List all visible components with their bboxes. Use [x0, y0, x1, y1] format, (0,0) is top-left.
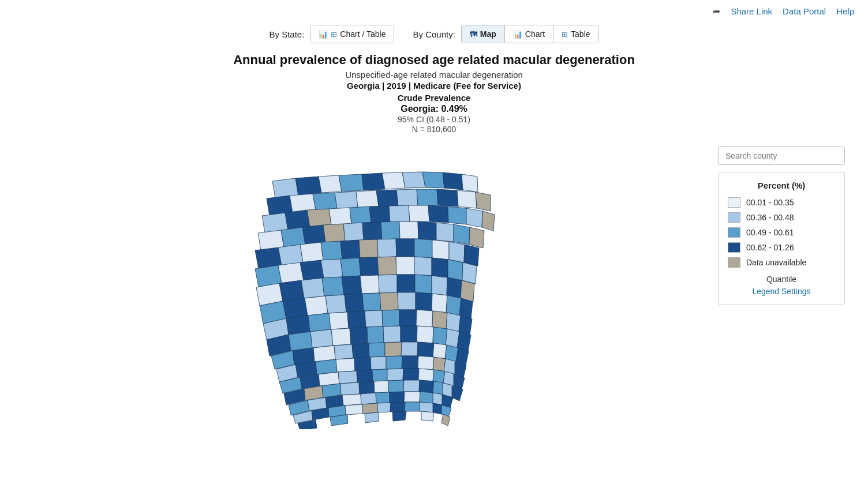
svg-marker-19	[457, 190, 477, 208]
controls-row: By State: 📊 ⊞ Chart / Table By County: 🗺…	[0, 20, 868, 52]
svg-marker-29	[428, 205, 448, 223]
svg-marker-143	[319, 372, 339, 386]
title-section: Annual prevalence of diagnosed age relat…	[233, 52, 635, 134]
svg-marker-112	[401, 326, 417, 342]
county-table-label: Table	[571, 29, 590, 39]
map-button[interactable]: 🗺 Map	[462, 25, 505, 43]
page-title: Annual prevalence of diagnosed age relat…	[233, 52, 635, 67]
svg-marker-191	[421, 411, 434, 421]
map-icon: 🗺	[470, 30, 477, 39]
svg-marker-76	[397, 275, 415, 292]
svg-marker-145	[357, 370, 373, 382]
legend-swatch-2	[728, 212, 740, 223]
title-geo: Georgia | 2019 | Medicare (Fee for Servi…	[233, 81, 635, 91]
svg-marker-157	[359, 381, 375, 394]
chart-button[interactable]: 📊 Chart	[505, 25, 553, 43]
chart-table-button[interactable]: 📊 ⊞ Chart / Table	[310, 25, 394, 43]
svg-marker-184	[420, 402, 434, 412]
svg-marker-16	[396, 189, 418, 206]
svg-marker-190	[392, 411, 406, 421]
svg-marker-135	[386, 356, 402, 369]
svg-marker-63	[377, 257, 396, 275]
svg-marker-25	[350, 207, 371, 224]
svg-marker-179	[345, 404, 363, 415]
svg-marker-65	[414, 257, 432, 276]
svg-marker-158	[374, 381, 388, 393]
by-county-label: By County:	[413, 29, 455, 39]
svg-marker-120	[334, 344, 353, 359]
legend-panel: Percent (%) 00.01 - 00.35 00.36 - 00.48 …	[718, 147, 845, 429]
title-n: N = 810,600	[233, 125, 635, 134]
svg-marker-41	[418, 222, 436, 240]
legend-range-1: 00.01 - 00.35	[746, 198, 794, 207]
svg-marker-12	[313, 193, 337, 210]
svg-marker-17	[417, 189, 438, 205]
svg-marker-64	[396, 257, 414, 275]
legend-item-2: 00.36 - 00.48	[728, 212, 835, 223]
svg-marker-110	[367, 326, 384, 343]
svg-marker-189	[365, 412, 379, 423]
svg-marker-70	[279, 280, 304, 301]
svg-marker-36	[323, 224, 345, 242]
legend-quantile-label: Quantile	[728, 275, 835, 284]
svg-marker-180	[362, 403, 377, 414]
main-content: Annual prevalence of diagnosed age relat…	[0, 52, 868, 429]
svg-marker-172	[404, 392, 420, 402]
svg-marker-74	[360, 275, 379, 294]
svg-marker-125	[417, 342, 434, 357]
svg-marker-50	[359, 239, 378, 258]
legend-settings-link[interactable]: Legend Settings	[752, 287, 810, 296]
svg-marker-137	[418, 356, 434, 370]
svg-marker-121	[352, 343, 369, 358]
svg-marker-6	[402, 172, 425, 188]
chart-table-label: Chart / Table	[340, 29, 386, 39]
svg-marker-149	[418, 369, 434, 381]
svg-marker-5	[382, 172, 405, 189]
top-nav: ➦ Share Link Data Portal Help	[0, 0, 868, 20]
data-portal-link[interactable]: Data Portal	[783, 6, 826, 16]
svg-marker-53	[414, 239, 432, 258]
svg-marker-75	[379, 275, 397, 293]
svg-marker-138	[433, 357, 446, 371]
svg-marker-38	[362, 222, 382, 240]
svg-marker-3	[339, 174, 364, 192]
svg-marker-114	[433, 327, 447, 345]
svg-marker-31	[466, 208, 482, 227]
svg-marker-106	[289, 332, 312, 351]
share-link[interactable]: Share Link	[731, 6, 772, 16]
legend-swatch-unavailable	[728, 257, 740, 268]
table-button[interactable]: ⊞ Table	[553, 25, 598, 43]
search-county-input[interactable]	[718, 147, 845, 165]
title-measure: Crude Prevalence	[233, 93, 635, 103]
svg-marker-169	[361, 393, 376, 404]
svg-marker-8	[443, 172, 463, 190]
svg-marker-35	[302, 225, 326, 245]
legend-range-unavailable: Data unavailable	[746, 258, 806, 267]
svg-marker-109	[350, 327, 368, 344]
svg-marker-61	[341, 258, 361, 277]
svg-marker-44	[469, 227, 484, 248]
svg-marker-2	[319, 175, 342, 193]
svg-marker-66	[432, 258, 448, 277]
by-county-group: By County: 🗺 Map 📊 Chart ⊞ Table	[413, 25, 598, 43]
svg-marker-59	[300, 260, 324, 280]
svg-marker-87	[380, 292, 398, 310]
state-btn-group: 📊 ⊞ Chart / Table	[310, 25, 394, 43]
svg-marker-182	[390, 402, 405, 412]
county-btn-group: 🗺 Map 📊 Chart ⊞ Table	[461, 25, 599, 43]
svg-marker-102	[432, 311, 447, 329]
svg-marker-150	[433, 370, 445, 383]
help-link[interactable]: Help	[836, 6, 854, 16]
georgia-map[interactable]	[238, 147, 515, 429]
svg-marker-77	[415, 275, 432, 294]
svg-marker-170	[376, 392, 390, 403]
legend-swatch-4	[728, 242, 740, 253]
legend-box: Percent (%) 00.01 - 00.35 00.36 - 00.48 …	[718, 172, 845, 305]
svg-marker-48	[321, 241, 342, 260]
svg-marker-126	[433, 343, 447, 359]
svg-marker-79	[447, 277, 462, 298]
svg-marker-85	[345, 294, 364, 312]
svg-marker-181	[377, 403, 391, 412]
svg-marker-55	[449, 242, 465, 262]
legend-range-3: 00.49 - 00.61	[746, 228, 794, 237]
